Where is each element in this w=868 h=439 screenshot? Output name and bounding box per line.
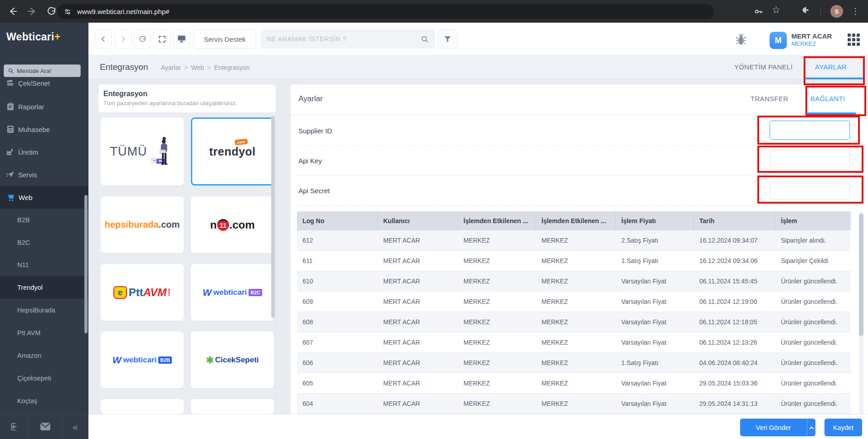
breadcrumb-item[interactable]: Ayarlar [161,64,181,71]
global-search-input[interactable] [267,35,403,43]
kaydet-button[interactable]: Kaydet [824,419,862,436]
logout-button[interactable] [0,415,29,439]
collapse-sidebar-button[interactable]: « [62,415,88,439]
card-webticari-b2c[interactable]: WwebticariB2C [191,264,274,321]
sidebar-subitem-b2b[interactable]: B2B [0,209,88,231]
sidebar-item-cek-senet[interactable]: Çek/Senet [0,72,88,94]
col-header-etkilenen-1[interactable]: İşlemden Etkilenen ... [458,211,536,230]
breadcrumb-item[interactable]: Entegrasyon [214,64,250,71]
filter-button[interactable] [438,29,458,49]
breadcrumb-item[interactable]: Web [191,64,204,71]
col-header-islem[interactable]: İşlem [775,211,851,230]
veri-gonder-button[interactable]: Veri Gönder [740,419,807,436]
tab-yonetim-paneli[interactable]: YÖNETİM PANELİ [734,63,793,71]
panel-divider [291,115,868,115]
messages-button[interactable] [29,415,62,439]
app-refresh-button[interactable] [134,29,151,49]
sidebar-subitem-ciceksepeti[interactable]: Çiçeksepeti [0,367,88,390]
sidebar-item-muhasebe[interactable]: Muhasebe [0,118,88,141]
sidebar-scrollbar[interactable] [84,195,88,333]
sidebar-subitem-b2c[interactable]: B2C [0,231,88,254]
sidebar-subitem-koctas[interactable]: Koçtaş [0,390,88,412]
monitor-button[interactable] [173,29,190,49]
sidebar-subitem-n11[interactable]: N11 [0,254,88,276]
uretim-icon [6,148,15,156]
active-tab-underline [805,78,863,79]
card-pttavm[interactable]: ePttAVMcom [101,264,184,321]
card-partial[interactable] [101,399,184,414]
tab-ayarlar[interactable]: AYARLAR [815,63,847,71]
global-search-box[interactable] [260,29,435,49]
site-info-icon[interactable] [63,8,72,16]
extensions-icon[interactable] [800,6,810,16]
col-header-log-no[interactable]: Log No [297,211,378,230]
settings-panel: Ayarlar TRANSFER BAĞLANTI Supplier ID Ap… [291,84,868,414]
user-name[interactable]: MERT ACAR [791,32,832,40]
card-partial[interactable] [191,399,274,414]
table-row[interactable]: 606MERT ACARMERKEZMERKEZ1.Satış Fiyatı04… [297,353,851,373]
apps-grid-icon[interactable] [848,34,860,46]
fullscreen-button[interactable] [153,29,171,49]
api-secret-input[interactable] [770,180,850,200]
col-header-etkilenen-2[interactable]: İşlemden Etkilenen ... [536,211,616,230]
user-branch[interactable]: MERKEZ [791,40,816,47]
card-webticari-b2b[interactable]: WwebticariB2B [101,332,184,388]
sidebar-subitem-trendyol[interactable]: Trendyol [0,276,88,299]
table-row[interactable]: 609MERT ACARMERKEZMERKEZVarsayılan Fiyat… [297,292,851,312]
envelope-icon [40,422,51,431]
bookmark-star-icon[interactable]: ☆ [772,5,780,15]
table-row[interactable]: 604MERT ACARMERKEZMERKEZVarsayılan Fiyat… [297,394,851,414]
password-key-icon[interactable] [753,6,764,17]
card-hepsiburada[interactable]: hepsiburada.com [101,196,184,253]
col-header-kullanici[interactable]: Kullanıcı [378,211,458,230]
active-tab-underline [807,112,856,114]
tab-transfer[interactable]: TRANSFER [751,95,788,102]
sidebar-item-uretim[interactable]: Üretim [0,141,88,163]
table-row[interactable]: 608MERT ACARMERKEZMERKEZVarsayılan Fiyat… [297,312,851,332]
table-row[interactable]: 612MERT ACARMERKEZMERKEZ2.Satış Fiyatı16… [297,230,851,251]
card-ciceksepeti[interactable]: ✻CicekSepeti [191,332,274,388]
search-icon[interactable] [420,35,429,44]
sidebar-subitem-hepsiburada[interactable]: HepsiBurada [0,299,88,322]
logout-icon [10,422,20,432]
card-tumu[interactable]: TÜMÜ [101,117,184,185]
browser-profile-avatar[interactable]: S [830,5,843,18]
app-forward-button[interactable] [114,29,132,49]
browser-forward-icon[interactable] [27,6,38,17]
sidebar-item-raporlar[interactable]: Raporlar [0,95,88,118]
card-n11[interactable]: n11.com [191,196,274,253]
table-row[interactable]: 610MERT ACARMERKEZMERKEZVarsayılan Fiyat… [297,271,851,292]
browser-menu-icon[interactable]: ⋮ [851,6,859,17]
supplier-id-input[interactable] [770,121,850,140]
table-row[interactable]: 611MERT ACARMERKEZMERKEZ1.Satış Fiyatı16… [297,251,851,271]
api-secret-label: Api Secret [298,187,330,195]
address-bar[interactable]: www9.webticari.net/main.php# [57,4,714,19]
veri-gonder-dropdown-button[interactable] [807,419,815,436]
cek-senet-icon [6,79,15,87]
integration-title: Entegrasyon [103,90,147,98]
sidebar-subitem-amazon[interactable]: Amazon [0,344,88,367]
table-row[interactable]: 605MERT ACARMERKEZMERKEZVarsayılan Fiyat… [297,373,851,394]
browser-reload-icon[interactable] [46,6,57,17]
sidebar-item-servis[interactable]: Servis [0,163,88,186]
browser-back-icon[interactable] [7,6,18,17]
table-scrollbar-thumb[interactable] [859,214,863,336]
bug-report-icon[interactable] [734,33,748,46]
integration-scrollbar[interactable] [271,116,275,318]
api-key-input[interactable] [770,151,850,170]
chrome-divider [820,6,821,16]
sidebar-item-web[interactable]: Web [0,186,88,209]
app-back-button[interactable] [95,29,112,49]
sidebar: Webticari+ Çek/Senet Raporlar Muhasebe Ü… [0,23,88,439]
sidebar-subitem-pttavm[interactable]: Ptt AVM [0,322,88,344]
collapse-icon: « [73,422,78,432]
col-header-islem-fiyati[interactable]: İşlem Fiyatı [616,211,694,230]
card-trendyol[interactable]: trendyolcom [191,117,274,185]
tab-baglanti[interactable]: BAĞLANTI [810,95,845,102]
user-avatar[interactable]: M [770,32,787,49]
app-back-icon [99,34,108,44]
supplier-id-label: Supplier ID [298,127,332,135]
servis-destek-button[interactable]: Servis Destek [193,29,256,49]
table-row[interactable]: 607MERT ACARMERKEZMERKEZVarsayılan Fiyat… [297,332,851,353]
col-header-tarih[interactable]: Tarih [694,211,775,230]
